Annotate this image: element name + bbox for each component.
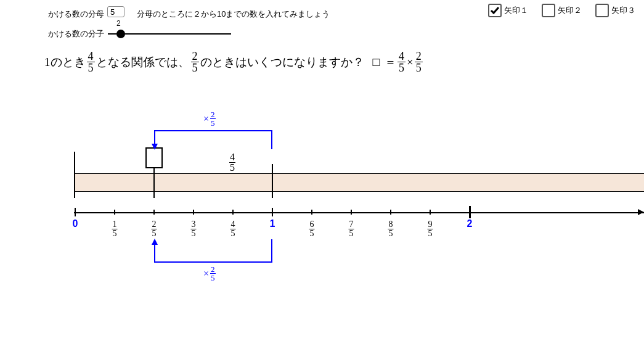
denominator-input[interactable] [107,6,124,17]
axis-tick-label: 45 [230,218,236,238]
checkbox-arrow1-label: 矢印１ [504,5,528,16]
q-fraction-1: 4 5 [87,51,95,73]
checkbox-arrow2-box [542,4,555,17]
instruction-text: 分母のところに２から10までの数を入れてみましょう [137,9,330,20]
axis-int-label: 2 [467,218,473,229]
q-part1: 1のとき [44,54,86,70]
axis-int-label: 1 [270,218,275,229]
checkbox-arrow3-label: 矢印３ [611,5,635,16]
checkbox-arrow1[interactable]: 矢印１ [488,4,528,17]
numerator-slider-track[interactable] [108,33,231,35]
q-fraction-2: 2 5 [191,51,199,73]
denominator-label: かける数の分母 [48,9,104,20]
question-text: 1のとき 4 5 となる関係では、 2 5 のときはいくつになりますか？ □ ＝… [44,51,423,73]
axis-tick-label: 75 [349,218,354,238]
q-part2: となる関係では、 [96,54,190,70]
q-eq-frac-b: 2 5 [415,51,423,73]
check-icon [490,6,500,15]
upper-value-label: 45 [229,152,235,173]
axis-tick-label: 85 [388,218,394,238]
unknown-box [145,147,163,168]
checkbox-arrow1-box [488,4,502,17]
arrow-bottom-label: ×25 [203,265,216,282]
checkbox-arrow2[interactable]: 矢印２ [542,4,582,17]
axis-tick-label: 65 [309,218,315,238]
axis-tick-label: 15 [112,218,118,238]
ticks-layer: 012152535456575859545×25×25 [0,109,644,312]
checkbox-arrow2-label: 矢印２ [558,5,582,16]
axis-tick-label: 25 [152,218,157,238]
q-lhs: □ [373,55,380,69]
axis-int-label: 0 [73,218,78,229]
checkbox-arrow3[interactable]: 矢印３ [595,4,635,17]
q-eq: ＝ [385,54,396,70]
axis-tick-label: 95 [428,218,433,238]
checkbox-arrow3-box [595,4,609,17]
q-eq-frac-a: 4 5 [397,51,406,73]
numerator-value: 2 [116,19,121,28]
axis-tick-label: 35 [191,218,197,238]
q-part3: のときはいくつになりますか？ [200,54,364,70]
numerator-label: かける数の分子 [48,28,104,39]
arrow-top-label: ×25 [203,110,216,127]
numerator-slider-knob[interactable] [116,30,125,38]
q-times: × [407,55,414,69]
arrow-checkboxes: 矢印１ 矢印２ 矢印３ [488,4,635,17]
diagram: 012152535456575859545×25×25 [0,109,644,312]
